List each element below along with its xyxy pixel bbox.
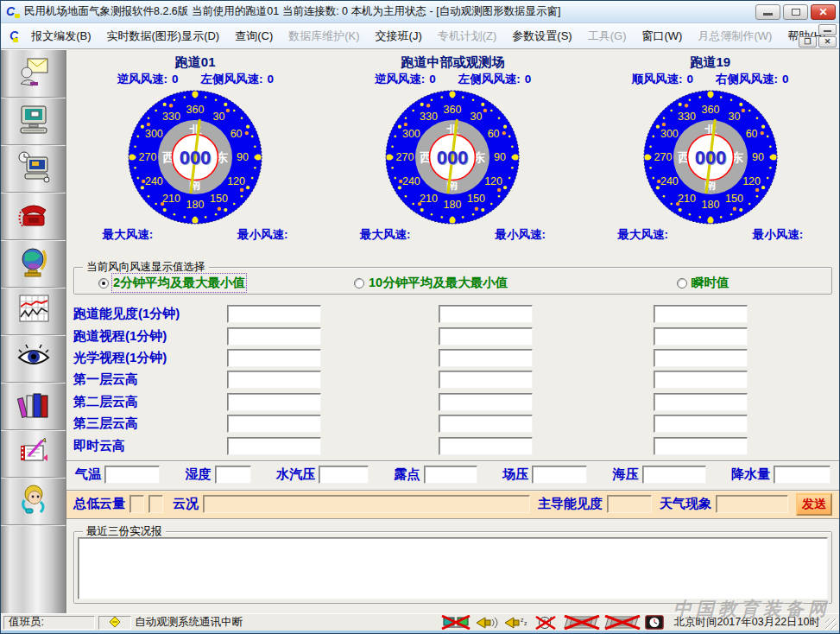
met-input-5[interactable] bbox=[642, 466, 706, 484]
met-input-4[interactable] bbox=[532, 466, 587, 484]
wind2-label: 左侧风风速: bbox=[200, 73, 262, 86]
wind-speed-labels: 逆风风速:0左侧风风速:0 bbox=[375, 72, 532, 87]
display-option-2[interactable]: 瞬时值 bbox=[677, 275, 729, 291]
form-input-r0-c1[interactable] bbox=[439, 305, 533, 323]
sky-condition-input[interactable] bbox=[203, 495, 530, 513]
sky-condition-label: 云况 bbox=[173, 496, 199, 512]
radio-label: 2分钟平均及最大最小值 bbox=[113, 275, 245, 291]
met-label: 场压 bbox=[502, 466, 528, 483]
met-pair-0: 气温 bbox=[75, 466, 160, 484]
display-option-0[interactable]: 2分钟平均及最大最小值 bbox=[98, 275, 245, 291]
form-input-r2-c1[interactable] bbox=[439, 349, 533, 367]
max-min-wind-labels: 最大风速:最小风速: bbox=[617, 227, 803, 243]
met-input-2[interactable] bbox=[319, 466, 369, 484]
svg-text:270: 270 bbox=[654, 151, 672, 163]
toolbar-button-compose-message[interactable] bbox=[1, 51, 66, 98]
mdi-minimize-button[interactable] bbox=[818, 24, 837, 35]
minimize-button[interactable] bbox=[755, 4, 780, 20]
form-input-r1-c1[interactable] bbox=[439, 327, 533, 346]
toolbar-button-duty-operator[interactable] bbox=[1, 479, 66, 526]
restore-button[interactable] bbox=[783, 4, 808, 20]
form-input-r1-c0[interactable] bbox=[227, 327, 321, 346]
radio-icon[interactable] bbox=[677, 278, 687, 288]
mdi-restore-button[interactable]: ❐ bbox=[799, 36, 817, 48]
form-input-r6-c2[interactable] bbox=[654, 437, 748, 455]
total-cloud-input-2[interactable] bbox=[148, 495, 163, 513]
toolbar-button-view[interactable] bbox=[1, 336, 66, 384]
form-input-r0-c2[interactable] bbox=[654, 305, 748, 323]
mdi-window-controls: ❐ ✕ bbox=[797, 24, 837, 48]
met-input-1[interactable] bbox=[215, 466, 251, 484]
met-input-6[interactable] bbox=[774, 466, 831, 484]
form-input-r2-c2[interactable] bbox=[654, 349, 748, 367]
form-input-r5-c0[interactable] bbox=[227, 415, 321, 433]
menu-item-0[interactable]: 报文编发(B) bbox=[23, 26, 98, 47]
query-display-icon bbox=[16, 150, 51, 188]
link-broken-a-icon bbox=[563, 615, 601, 630]
wind1-value: 0 bbox=[687, 73, 694, 86]
send-button[interactable]: 发送 bbox=[796, 493, 832, 516]
met-input-3[interactable] bbox=[424, 466, 477, 484]
menu-item-1[interactable]: 实时数据(图形)显示(D) bbox=[98, 26, 227, 47]
display-option-1[interactable]: 10分钟平均及最大最小值 bbox=[354, 275, 508, 291]
form-input-r1-c2[interactable] bbox=[654, 327, 748, 346]
form-input-r2-c0[interactable] bbox=[227, 349, 321, 367]
edit-report-icon bbox=[16, 435, 51, 473]
menu-item-8[interactable]: 窗口(W) bbox=[634, 26, 690, 47]
menu-item-2[interactable]: 查询(C) bbox=[227, 26, 281, 47]
total-cloud-input-1[interactable] bbox=[129, 495, 144, 513]
toolbar-button-records[interactable] bbox=[1, 384, 66, 431]
dominant-visibility-input[interactable] bbox=[607, 495, 652, 513]
radio-icon[interactable] bbox=[354, 278, 364, 288]
recent-reports-textarea[interactable] bbox=[78, 537, 828, 599]
toolbar-button-phone[interactable] bbox=[1, 193, 66, 241]
toolbar-button-edit-report[interactable] bbox=[1, 431, 66, 479]
form-input-r4-c0[interactable] bbox=[227, 393, 321, 411]
svg-text:120: 120 bbox=[227, 175, 245, 187]
svg-text:30: 30 bbox=[471, 111, 483, 123]
form-input-r4-c1[interactable] bbox=[439, 393, 533, 411]
form-input-r3-c2[interactable] bbox=[654, 371, 748, 389]
toolbar-button-globe[interactable] bbox=[1, 241, 66, 288]
resize-grip[interactable] bbox=[825, 618, 837, 630]
globe-icon bbox=[16, 245, 51, 283]
realtime-display-icon bbox=[16, 103, 51, 141]
svg-text:330: 330 bbox=[162, 111, 180, 123]
mdi-close-button[interactable]: ✕ bbox=[818, 36, 837, 48]
form-input-r0-c0[interactable] bbox=[227, 305, 321, 323]
svg-text:60: 60 bbox=[745, 128, 757, 140]
met-label: 湿度 bbox=[186, 466, 212, 483]
display-select-group: 当前风向风速显示值选择 2分钟平均及最大最小值10分钟平均及最大最小值瞬时值 bbox=[73, 267, 832, 295]
weather-phenomena-input[interactable] bbox=[716, 495, 788, 513]
toolbar-button-trend-chart[interactable] bbox=[1, 288, 66, 336]
toolbar-button-query-display[interactable] bbox=[1, 146, 66, 193]
form-input-r5-c2[interactable] bbox=[654, 415, 748, 433]
max-wind-label: 最大风速: bbox=[617, 227, 668, 243]
window-title: 民用机场地面气象测报软件8.2.6版 当前使用的跑道01 当前连接数: 0 本机… bbox=[24, 4, 561, 19]
met-input-0[interactable] bbox=[104, 466, 160, 484]
radio-icon[interactable] bbox=[98, 278, 109, 288]
met-pair-1: 湿度 bbox=[186, 466, 251, 484]
svg-text:330: 330 bbox=[678, 111, 696, 123]
form-row-4: 第二层云高 bbox=[66, 391, 839, 413]
dial-title: 跑道19 bbox=[690, 54, 730, 71]
wind1-label: 顺风风速: bbox=[632, 73, 683, 86]
menu-item-6[interactable]: 参数设置(S) bbox=[504, 26, 579, 47]
toolbar-button-realtime-display[interactable] bbox=[1, 98, 66, 146]
form-input-r6-c1[interactable] bbox=[439, 437, 533, 455]
form-row-label: 光学视程(1分钟) bbox=[73, 350, 227, 366]
max-wind-label: 最大风速: bbox=[103, 227, 154, 243]
form-input-r3-c1[interactable] bbox=[439, 371, 533, 389]
close-button[interactable]: ✕ bbox=[811, 4, 836, 20]
wind1-value: 0 bbox=[172, 73, 179, 86]
form-input-r6-c0[interactable] bbox=[227, 437, 321, 455]
svg-text:360: 360 bbox=[444, 104, 462, 116]
form-input-r3-c0[interactable] bbox=[227, 371, 321, 389]
wind-dial: 360306090120150180210240270300330北东南西000… bbox=[382, 87, 522, 229]
status-icons: zz bbox=[440, 615, 665, 630]
menu-item-4[interactable]: 交接班(J) bbox=[368, 26, 430, 47]
weather-phenomena-label: 天气现象 bbox=[660, 496, 711, 512]
form-input-r4-c2[interactable] bbox=[654, 393, 748, 411]
form-input-r5-c1[interactable] bbox=[439, 415, 533, 433]
titlebar[interactable]: C 民用机场地面气象测报软件8.2.6版 当前使用的跑道01 当前连接数: 0 … bbox=[1, 1, 839, 23]
